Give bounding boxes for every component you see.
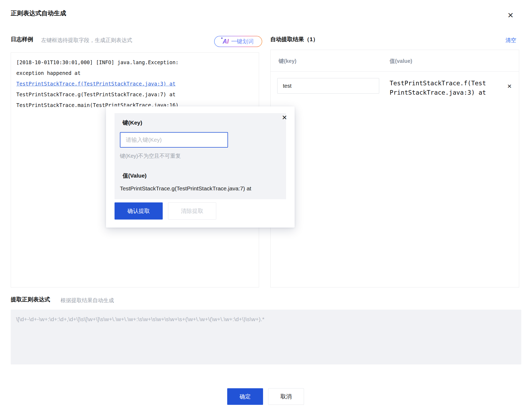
log-extracted-link[interactable]: TestPrintStackTrace.f(TestPrintStackTrac… xyxy=(16,78,253,89)
regex-section-label: 提取正则表达式 xyxy=(11,296,50,303)
log-sample-label: 日志样例 xyxy=(11,36,33,43)
ai-button-label: 一键划词 xyxy=(231,38,254,45)
log-line: TestPrintStackTrace.g(TestPrintStackTrac… xyxy=(16,89,253,100)
popup-close-icon[interactable]: ✕ xyxy=(282,114,287,121)
regex-output-box[interactable]: \[\d+-\d+-\w+:\d+:\d+,\d+\]\s\[\w+\]\s\w… xyxy=(11,310,521,364)
sparkle-icon: ✦ xyxy=(220,36,224,40)
log-line: [2018-10-01T10:30:01,000] [INFO] java.la… xyxy=(16,57,253,68)
log-line: exception happened at xyxy=(16,68,253,78)
result-value-text: TestPrintStackTrace.f(Test PrintStackTra… xyxy=(390,79,486,97)
extraction-results-panel: 键(key) 值(value) TestPrintStackTrace.f(Te… xyxy=(270,50,519,287)
result-key-input[interactable] xyxy=(277,78,379,94)
result-value-line: TestPrintStackTrace.f(Test xyxy=(390,79,486,88)
regex-generator-dialog: 正则表达式自动生成 ✕ 日志样例 左键框选待提取字段，生成正则表达式 ✦ AI … xyxy=(0,0,532,415)
ai-pill-inner: ✦ AI 一键划词 xyxy=(215,36,262,47)
log-sample-hint: 左键框选待提取字段，生成正则表达式 xyxy=(41,37,132,44)
results-table-header: 键(key) 值(value) xyxy=(271,50,519,72)
results-title: 自动提取结果（1） xyxy=(270,36,318,43)
column-header-key: 键(key) xyxy=(279,57,297,65)
ai-one-click-extract-button[interactable]: ✦ AI 一键划词 xyxy=(214,36,262,47)
popup-value-label: 值(Value) xyxy=(123,172,147,179)
page-title: 正则表达式自动生成 xyxy=(11,9,66,17)
ok-button[interactable]: 确定 xyxy=(227,388,263,405)
result-row: TestPrintStackTrace.f(Test PrintStackTra… xyxy=(271,72,519,104)
column-header-value: 值(value) xyxy=(390,57,412,65)
ai-logo-text: AI xyxy=(223,38,229,45)
ai-logo: ✦ AI xyxy=(223,39,229,45)
result-value-line: PrintStackTrace.java:3) at xyxy=(390,88,486,97)
delete-row-icon[interactable]: ✕ xyxy=(507,83,512,89)
dialog-close-icon[interactable]: ✕ xyxy=(507,12,514,19)
popup-value-text: TestPrintStackTrace.g(TestPrintStackTrac… xyxy=(120,185,251,192)
regex-section-hint: 根据提取结果自动生成 xyxy=(60,297,114,304)
clear-results-link[interactable]: 清空 xyxy=(506,37,516,44)
popup-key-hint: 键(Key)不为空且不可重复 xyxy=(120,152,181,160)
cancel-button[interactable]: 取消 xyxy=(268,388,304,405)
extraction-popup: ✕ 键(Key) 键(Key)不为空且不可重复 值(Value) TestPri… xyxy=(106,106,295,228)
clear-extract-button[interactable]: 清除提取 xyxy=(168,202,216,220)
popup-key-label: 键(Key) xyxy=(123,119,142,126)
popup-key-input[interactable] xyxy=(120,132,228,148)
confirm-extract-button[interactable]: 确认提取 xyxy=(115,202,163,220)
